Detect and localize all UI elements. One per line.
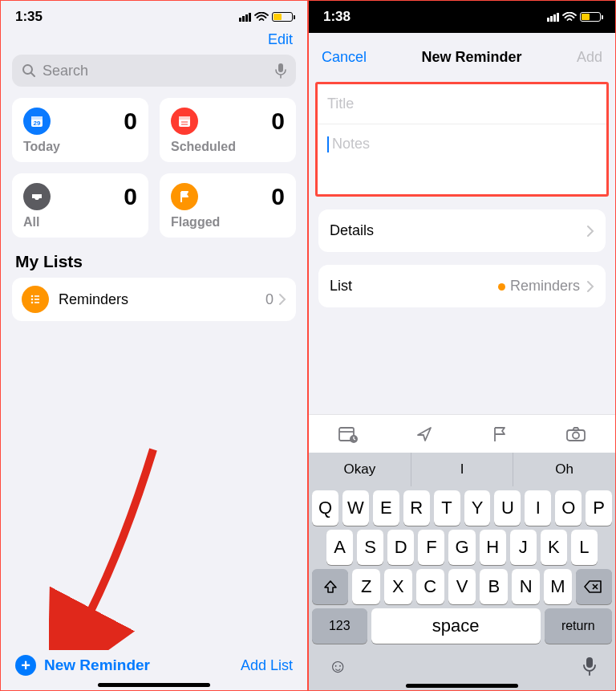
key-x[interactable]: X bbox=[384, 569, 412, 604]
list-icon bbox=[22, 286, 49, 313]
title-placeholder: Title bbox=[327, 96, 354, 112]
scheduled-tile[interactable]: 0 Scheduled bbox=[160, 98, 296, 162]
cellular-icon bbox=[239, 13, 251, 22]
location-arrow-icon[interactable] bbox=[415, 425, 433, 443]
space-key[interactable]: space bbox=[371, 608, 541, 644]
search-placeholder: Search bbox=[43, 63, 88, 79]
details-label: Details bbox=[330, 222, 374, 239]
wifi-icon bbox=[562, 12, 577, 22]
camera-icon[interactable] bbox=[565, 426, 586, 442]
emoji-key[interactable]: ☺ bbox=[328, 655, 348, 677]
key-i[interactable]: I bbox=[525, 490, 551, 526]
battery-icon bbox=[272, 12, 293, 22]
my-lists-heading: My Lists bbox=[1, 238, 307, 278]
list-label: List bbox=[330, 278, 352, 295]
numbers-key[interactable]: 123 bbox=[312, 608, 367, 644]
flag-outline-icon[interactable] bbox=[491, 425, 509, 443]
key-row-1: Q W E R T Y U I O P bbox=[309, 486, 615, 526]
key-row-3: Z X C V B N M bbox=[309, 565, 615, 604]
text-cursor bbox=[327, 136, 329, 152]
keyboard-toolbar bbox=[309, 414, 615, 453]
search-input[interactable]: Search bbox=[12, 55, 296, 87]
backspace-key[interactable] bbox=[576, 569, 612, 604]
battery-icon bbox=[580, 12, 601, 22]
today-tile[interactable]: 29 0 Today bbox=[12, 98, 148, 162]
status-time: 1:38 bbox=[323, 9, 351, 25]
chevron-right-icon bbox=[586, 280, 594, 293]
key-a[interactable]: A bbox=[326, 530, 353, 565]
key-t[interactable]: T bbox=[434, 490, 460, 526]
key-s[interactable]: S bbox=[357, 530, 383, 565]
mic-icon[interactable] bbox=[275, 63, 286, 79]
svg-point-12 bbox=[31, 302, 34, 304]
all-count: 0 bbox=[124, 183, 137, 210]
list-item-reminders[interactable]: Reminders 0 bbox=[12, 278, 296, 321]
suggestion-1[interactable]: Okay bbox=[309, 453, 411, 486]
key-m[interactable]: M bbox=[544, 569, 572, 604]
chevron-right-icon bbox=[586, 225, 594, 238]
svg-line-1 bbox=[31, 73, 34, 76]
list-name: Reminders bbox=[59, 291, 128, 308]
modal-sheet: Cancel New Reminder Add Title Notes Deta… bbox=[309, 38, 615, 690]
svg-text:29: 29 bbox=[34, 120, 41, 127]
status-time: 1:35 bbox=[15, 9, 43, 25]
all-tile[interactable]: 0 All bbox=[12, 173, 148, 238]
key-k[interactable]: K bbox=[541, 530, 567, 565]
details-row[interactable]: Details bbox=[318, 209, 606, 252]
key-g[interactable]: G bbox=[448, 530, 475, 565]
notes-field[interactable]: Notes bbox=[318, 124, 606, 194]
key-d[interactable]: D bbox=[387, 530, 414, 565]
home-indicator[interactable] bbox=[98, 683, 210, 687]
cancel-button[interactable]: Cancel bbox=[322, 49, 367, 66]
key-e[interactable]: E bbox=[373, 490, 399, 526]
add-list-button[interactable]: Add List bbox=[241, 657, 293, 674]
title-field[interactable]: Title bbox=[318, 84, 606, 124]
calendar-badge-icon[interactable] bbox=[338, 425, 359, 443]
return-key[interactable]: return bbox=[545, 608, 612, 644]
flag-icon bbox=[171, 183, 198, 210]
key-p[interactable]: P bbox=[586, 490, 612, 526]
chevron-right-icon bbox=[278, 293, 286, 306]
key-f[interactable]: F bbox=[418, 530, 444, 565]
key-l[interactable]: L bbox=[571, 530, 598, 565]
key-y[interactable]: Y bbox=[464, 490, 491, 526]
search-icon bbox=[22, 63, 36, 78]
key-q[interactable]: Q bbox=[312, 490, 338, 526]
key-u[interactable]: U bbox=[494, 490, 521, 526]
shift-key[interactable] bbox=[312, 569, 348, 604]
key-r[interactable]: R bbox=[403, 490, 430, 526]
key-h[interactable]: H bbox=[480, 530, 506, 565]
key-j[interactable]: J bbox=[510, 530, 537, 565]
all-label: All bbox=[23, 215, 137, 230]
key-b[interactable]: B bbox=[480, 569, 508, 604]
suggestion-3[interactable]: Oh bbox=[513, 453, 615, 486]
new-reminder-label: New Reminder bbox=[44, 656, 150, 674]
list-row[interactable]: List Reminders bbox=[318, 265, 606, 307]
wifi-icon bbox=[254, 12, 269, 22]
keyboard: Okay I Oh Q W E R T Y U I O P A S D F bbox=[309, 414, 615, 690]
flagged-count: 0 bbox=[271, 183, 285, 210]
today-count: 0 bbox=[124, 108, 137, 135]
edit-button[interactable]: Edit bbox=[268, 31, 293, 47]
key-n[interactable]: N bbox=[512, 569, 540, 604]
svg-line-20 bbox=[354, 439, 355, 440]
flagged-label: Flagged bbox=[171, 215, 285, 230]
dictation-key[interactable] bbox=[583, 656, 596, 676]
key-o[interactable]: O bbox=[555, 490, 582, 526]
suggestion-2[interactable]: I bbox=[411, 453, 514, 486]
svg-point-22 bbox=[573, 432, 579, 438]
status-bar: 1:38 bbox=[309, 1, 615, 33]
highlighted-input-area: Title Notes bbox=[315, 82, 609, 197]
calendar-today-icon: 29 bbox=[23, 108, 51, 135]
key-w[interactable]: W bbox=[342, 490, 369, 526]
add-button[interactable]: Add bbox=[577, 49, 602, 66]
key-z[interactable]: Z bbox=[352, 569, 380, 604]
list-color-dot bbox=[498, 283, 505, 291]
key-row-2: A S D F G H J K L bbox=[309, 526, 615, 565]
reminders-home-screen: 1:35 Edit Search 29 0 Today bbox=[0, 0, 308, 691]
key-v[interactable]: V bbox=[448, 569, 476, 604]
key-c[interactable]: C bbox=[416, 569, 444, 604]
new-reminder-button[interactable]: + New Reminder bbox=[15, 655, 150, 676]
home-indicator[interactable] bbox=[406, 684, 518, 688]
flagged-tile[interactable]: 0 Flagged bbox=[160, 173, 296, 238]
